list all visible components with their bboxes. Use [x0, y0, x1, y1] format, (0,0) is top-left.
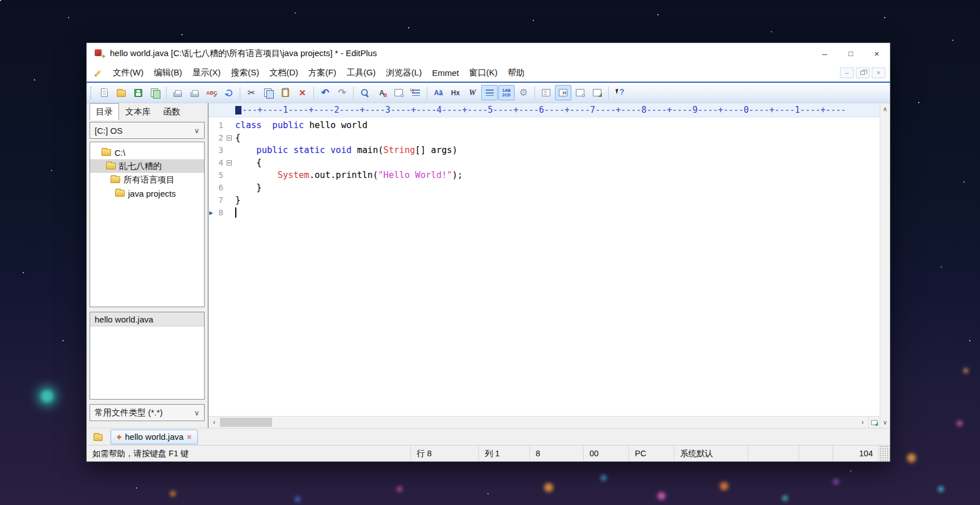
panel-preview-button[interactable] — [572, 85, 588, 100]
cut-button[interactable]: ✂ — [243, 85, 260, 100]
replace-button[interactable]: AB — [374, 85, 390, 100]
mdi-minimize-button[interactable]: – — [840, 67, 854, 78]
tree-item-root[interactable]: C:\ — [90, 146, 204, 159]
code-line[interactable]: 3 public static void main(String[] args) — [209, 144, 880, 156]
title-bar[interactable]: ✦ hello world.java [C:\乱七八糟的\所有语言项目\java… — [87, 43, 890, 63]
spell-check-button[interactable]: ABC✓ — [203, 85, 220, 100]
menu-project[interactable]: 方案(F) — [303, 65, 341, 80]
line-numbers-button[interactable]: 1AB2CD — [498, 85, 515, 100]
save-button[interactable] — [130, 85, 146, 100]
settings-button[interactable]: ⚙ — [515, 85, 532, 100]
menu-help[interactable]: 帮助 — [503, 65, 530, 80]
reload-button[interactable] — [220, 85, 237, 100]
menu-search[interactable]: 搜索(S) — [226, 65, 264, 80]
tab-close-icon[interactable]: × — [187, 432, 192, 442]
search-icon — [360, 88, 370, 97]
resize-grip[interactable] — [879, 445, 890, 461]
status-help-text: 如需帮助，请按键盘 F1 键 — [87, 445, 411, 461]
context-help-button[interactable]: ? — [612, 85, 628, 100]
vertical-scroll-track[interactable] — [880, 114, 890, 417]
drive-select-value: [C:] OS — [95, 126, 194, 135]
print-button[interactable] — [186, 85, 203, 100]
bokeh-glow — [601, 475, 606, 481]
file-list-item[interactable]: hello world.java — [90, 312, 204, 326]
status-column: 列 1 — [479, 445, 530, 461]
document-tab-bar: ◆ hello world.java × — [87, 428, 890, 445]
file-filter-select[interactable]: 常用文件类型 (*.*) ∨ — [90, 404, 205, 421]
code-line[interactable]: 4 { — [209, 156, 880, 169]
document-tab-active[interactable]: ◆ hello world.java × — [111, 430, 198, 444]
bokeh-glow — [397, 486, 402, 492]
code-line-current[interactable]: ▶ 8 — [209, 206, 880, 219]
panel-browser-button[interactable] — [589, 85, 605, 100]
print-preview-button[interactable] — [169, 85, 186, 100]
tree-item-selected[interactable]: 乱七八糟的 — [90, 159, 204, 173]
mdi-restore-button[interactable] — [856, 67, 869, 78]
sort-button[interactable]: ½ — [408, 85, 424, 100]
tab-directory[interactable]: 目录 — [90, 103, 119, 120]
bokeh-glow — [957, 421, 962, 426]
status-char-code: 104 — [833, 445, 879, 461]
line-spacing-button[interactable] — [481, 85, 498, 100]
tab-cliptext[interactable]: 文本库 — [119, 103, 157, 120]
chevron-down-icon: ∨ — [194, 126, 200, 135]
menu-tools[interactable]: 工具(G) — [341, 65, 381, 80]
tree-item[interactable]: 所有语言项目 — [90, 173, 204, 186]
close-button[interactable]: × — [864, 43, 890, 63]
paste-button[interactable] — [277, 85, 294, 100]
mdi-close-button[interactable]: × — [872, 67, 885, 78]
open-file-button[interactable] — [113, 85, 129, 100]
find-button[interactable] — [357, 85, 373, 100]
menu-emmet[interactable]: Emmet — [427, 66, 464, 80]
menu-document[interactable]: 文档(D) — [264, 65, 303, 80]
scroll-left-icon[interactable]: ‹ — [209, 417, 220, 428]
menu-edit[interactable]: 编辑(B) — [149, 65, 187, 80]
vertical-scrollbar[interactable]: ∧ ∨ — [880, 103, 890, 428]
toolbar-separator — [353, 87, 354, 99]
window-split-button[interactable] — [868, 417, 880, 428]
minimize-button[interactable]: – — [812, 43, 838, 63]
horizontal-scroll-track[interactable] — [272, 417, 857, 428]
new-file-button[interactable] — [96, 85, 112, 100]
hex-viewer-button[interactable]: Hx — [447, 85, 464, 100]
tab-list-button[interactable] — [90, 430, 106, 444]
code-line[interactable]: 2{ — [209, 131, 880, 144]
toggle-case-button[interactable]: Aã — [430, 85, 447, 100]
toggle-case-icon: Aã — [434, 89, 443, 97]
menu-view[interactable]: 显示(X) — [187, 65, 226, 80]
horizontal-scroll-thumb[interactable] — [220, 418, 272, 427]
drive-select[interactable]: [C:] OS ∨ — [90, 122, 205, 139]
redo-button[interactable]: ↷ — [334, 85, 350, 100]
scroll-up-icon[interactable]: ∧ — [880, 103, 890, 114]
fold-toggle-icon[interactable] — [227, 160, 232, 165]
tab-functions[interactable]: 函数 — [157, 103, 186, 120]
code-editor[interactable]: 1class public hello world 2{ 3 public st… — [209, 117, 880, 416]
code-line[interactable]: 6 } — [209, 181, 880, 194]
open-folder-icon — [117, 90, 126, 97]
toolbar-separator — [313, 87, 314, 99]
save-all-button[interactable] — [147, 85, 163, 100]
undo-button[interactable]: ↶ — [317, 85, 333, 100]
maximize-button[interactable]: □ — [838, 43, 864, 63]
horizontal-scrollbar[interactable]: ‹ › — [209, 416, 880, 428]
code-line[interactable]: 1class public hello world — [209, 119, 880, 131]
menu-file[interactable]: 文件(W) — [108, 65, 149, 80]
bokeh-glow — [657, 492, 665, 500]
panel-html-button[interactable]: H — [555, 85, 571, 100]
status-blank-cell — [799, 445, 833, 461]
fold-toggle-icon[interactable] — [227, 135, 232, 141]
menu-window[interactable]: 窗口(K) — [464, 65, 503, 80]
code-line[interactable]: 7} — [209, 194, 880, 206]
menu-browser[interactable]: 浏览器(L) — [381, 65, 427, 80]
tree-item[interactable]: java projects — [90, 186, 204, 200]
folder-icon — [111, 176, 120, 183]
find-in-files-button[interactable] — [391, 85, 407, 100]
copy-button[interactable] — [260, 85, 277, 100]
scroll-down-icon[interactable]: ∨ — [880, 417, 890, 428]
word-wrap-button[interactable]: W — [464, 85, 481, 100]
scroll-right-icon[interactable]: › — [857, 417, 868, 428]
delete-button[interactable]: ✕ — [294, 85, 311, 100]
save-icon — [134, 89, 142, 97]
panel-list-button[interactable] — [538, 85, 554, 100]
code-line[interactable]: 5 System.out.println("Hello World!"); — [209, 169, 880, 181]
